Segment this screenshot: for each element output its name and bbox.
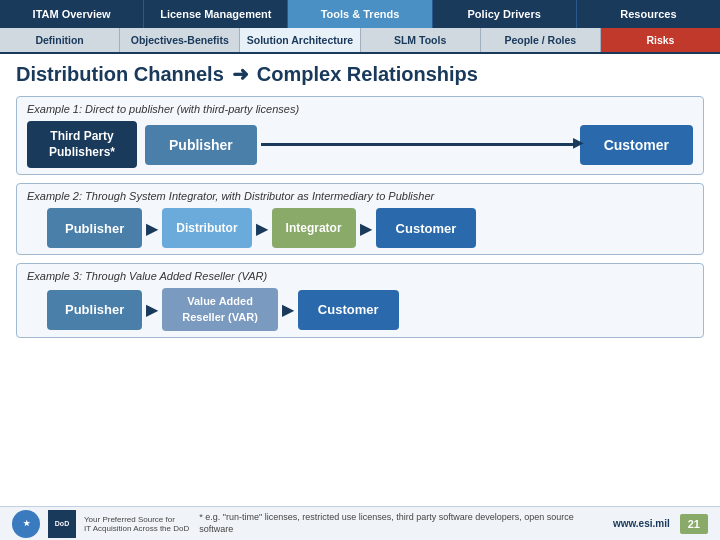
nav-tools-trends[interactable]: Tools & Trends [288, 0, 432, 28]
footer-website: www.esi.mil [613, 518, 670, 529]
example2-integrator-box: Integrator [272, 208, 356, 248]
top-navigation: ITAM Overview License Management Tools &… [0, 0, 720, 28]
logo-dod: DoD [48, 510, 76, 538]
subnav-people-roles[interactable]: People / Roles [481, 28, 601, 52]
example2-section: Example 2: Through System Integrator, wi… [16, 183, 704, 255]
example1-label: Example 1: Direct to publisher (with thi… [27, 103, 693, 115]
nav-itam-overview[interactable]: ITAM Overview [0, 0, 144, 28]
example2-customer-box: Customer [376, 208, 477, 248]
example2-label: Example 2: Through System Integrator, wi… [27, 190, 693, 202]
example2-publisher-box: Publisher [47, 208, 142, 248]
footer-page-number: 21 [680, 514, 708, 534]
example1-flow: Third PartyPublishers* Publisher ▶ Custo… [27, 121, 693, 168]
subnav-objectives-benefits[interactable]: Objectives-Benefits [120, 28, 240, 52]
example1-publisher-box: Publisher [145, 125, 257, 165]
example3-var-box: Value AddedReseller (VAR) [162, 288, 278, 331]
arrow4: ▶ [146, 300, 158, 319]
third-party-publishers-box: Third PartyPublishers* [27, 121, 137, 168]
arrow5: ▶ [282, 300, 294, 319]
example3-publisher-box: Publisher [47, 290, 142, 330]
example1-customer-box: Customer [580, 125, 693, 165]
nav-license-management[interactable]: License Management [144, 0, 288, 28]
subnav-risks[interactable]: Risks [601, 28, 720, 52]
subnav-definition[interactable]: Definition [0, 28, 120, 52]
nav-resources[interactable]: Resources [577, 0, 720, 28]
sub-navigation: Definition Objectives-Benefits Solution … [0, 28, 720, 54]
footer-tagline: Your Preferred Source for IT Acquisition… [84, 515, 189, 533]
arrow2: ▶ [256, 219, 268, 238]
page-title: Distribution Channels ➜ Complex Relation… [16, 62, 704, 86]
flow-line1: ▶ [261, 143, 576, 146]
example2-flow: Publisher ▶ Distributor ▶ Integrator ▶ C… [27, 208, 693, 248]
example1-section: Example 1: Direct to publisher (with thi… [16, 96, 704, 175]
example3-label: Example 3: Through Value Added Reseller … [27, 270, 693, 282]
example2-distributor-box: Distributor [162, 208, 251, 248]
arrow3: ▶ [360, 219, 372, 238]
main-content: Distribution Channels ➜ Complex Relation… [0, 54, 720, 354]
footer-logos: ★ DoD Your Preferred Source for IT Acqui… [12, 510, 189, 538]
arrow1: ▶ [146, 219, 158, 238]
title-arrow: ➜ [232, 62, 249, 86]
subnav-slm-tools[interactable]: SLM Tools [361, 28, 481, 52]
subnav-solution-architecture[interactable]: Solution Architecture [240, 28, 360, 52]
example3-customer-box: Customer [298, 290, 399, 330]
logo-circle: ★ [12, 510, 40, 538]
footer-footnote: * e.g. "run-time" licenses, restricted u… [199, 512, 603, 535]
footer: ★ DoD Your Preferred Source for IT Acqui… [0, 506, 720, 540]
example3-section: Example 3: Through Value Added Reseller … [16, 263, 704, 338]
nav-policy-drivers[interactable]: Policy Drivers [433, 0, 577, 28]
example3-flow: Publisher ▶ Value AddedReseller (VAR) ▶ … [27, 288, 693, 331]
